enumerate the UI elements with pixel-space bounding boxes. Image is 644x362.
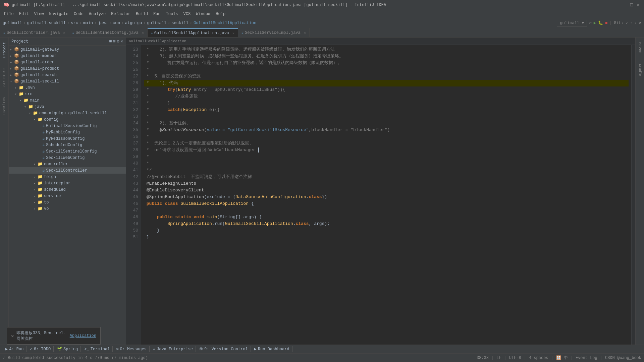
- nav-debug-btn[interactable]: 🐛: [598, 20, 603, 25]
- code-line-36[interactable]: *: [144, 133, 629, 140]
- tab-close-1[interactable]: ✕: [142, 31, 144, 35]
- nav-refresh-btn[interactable]: ↺: [589, 20, 591, 25]
- code-line-50[interactable]: }: [144, 227, 629, 234]
- code-line-48[interactable]: ▶ public static void main(String[] args)…: [144, 214, 629, 221]
- tab-0[interactable]: ☕SeckillController.java✕: [0, 28, 69, 37]
- code-line-23[interactable]: * 2)、调用方手动指定远程服务的降级策略。远程服务被降级处理。触发我们的熔断回…: [144, 46, 629, 53]
- tree-item--mvn[interactable]: ▸ 📁 .mvn: [9, 84, 126, 91]
- bottom-tab-4[interactable]: ✉0: Messages: [113, 346, 149, 352]
- code-line-46[interactable]: public class GulimallSeckillApplication …: [144, 200, 629, 207]
- code-line-26[interactable]: *: [144, 66, 629, 73]
- close-button[interactable]: ✕: [636, 3, 641, 7]
- tree-item-scheduled[interactable]: ▸ 📁 scheduled: [9, 186, 126, 193]
- tree-item-gulimall-seckill[interactable]: ▾ 📦 gulimall-seckill: [9, 78, 126, 84]
- bottom-tab-5[interactable]: ☕Java Enterprise: [150, 346, 196, 352]
- code-editor[interactable]: * 2)、调用方手动指定远程服务的降级策略。远程服务被降级处理。触发我们的熔断回…: [141, 45, 631, 345]
- maximize-button[interactable]: □: [629, 3, 634, 7]
- tree-item-myredissonconfig[interactable]: ☕ MyRedissonConfig: [9, 135, 126, 142]
- tree-item-java[interactable]: ▾ 📁 java: [9, 104, 126, 110]
- breadcrumb-gulimall2[interactable]: gulimall: [147, 21, 167, 25]
- tree-item-src[interactable]: ▾ 📁 src: [9, 91, 126, 97]
- bottom-tab-7[interactable]: ▶Run Dashboard: [252, 346, 292, 352]
- breadcrumb-application[interactable]: GulimallSeckillApplication: [194, 21, 256, 25]
- menu-item-file[interactable]: File: [1, 11, 16, 17]
- tree-item-gulimall-search[interactable]: ▸ 📦 gulimall-search: [9, 72, 126, 78]
- breadcrumb-seckill2[interactable]: seckill: [171, 21, 188, 25]
- menu-item-build[interactable]: Build: [133, 11, 151, 17]
- bottom-tab-1[interactable]: ✓6: TODO: [27, 346, 54, 352]
- breadcrumb-gulimall[interactable]: gulimall: [3, 21, 22, 25]
- code-line-44[interactable]: @EnableDiscoveryClient: [144, 187, 629, 194]
- status-event-log[interactable]: Event Log: [576, 356, 597, 360]
- menu-item-run[interactable]: Run: [151, 11, 163, 17]
- code-line-51[interactable]: }: [144, 234, 629, 241]
- tree-item-feign[interactable]: ▸ 📁 feign: [9, 174, 126, 180]
- left-tab-favorites[interactable]: Favorites: [1, 95, 7, 117]
- bottom-tab-0[interactable]: ▶4: Run: [3, 346, 26, 352]
- tab-2[interactable]: ☕GulimallSeckillApplication.java✕: [148, 28, 238, 37]
- tree-item-main[interactable]: ▾ 📁 main: [9, 97, 126, 104]
- sidebar-settings-btn[interactable]: ⚙: [117, 39, 119, 44]
- left-tab-project[interactable]: Project: [1, 40, 8, 60]
- breadcrumb-java[interactable]: java: [98, 21, 108, 25]
- tree-item-config[interactable]: ▾ 📁 config: [9, 116, 126, 123]
- menu-item-analyze[interactable]: Analyze: [86, 11, 108, 17]
- tree-item-service[interactable]: ▸ 📁 service: [9, 193, 126, 199]
- menu-item-edit[interactable]: Edit: [16, 11, 32, 17]
- nav-git-push[interactable]: ↑: [630, 21, 632, 25]
- sidebar-close-btn[interactable]: ✕: [121, 39, 123, 44]
- tree-item-com-atguigu-gulimall-seckill[interactable]: ▾ 📁 com.atguigu.gulimall.seckill: [9, 110, 126, 116]
- status-position[interactable]: 38:38: [477, 356, 489, 360]
- breadcrumb-main[interactable]: main: [83, 21, 93, 25]
- code-line-28[interactable]: * 1)、代码: [144, 80, 629, 86]
- bottom-tab-3[interactable]: >_Terminal: [82, 346, 113, 352]
- tab-close-3[interactable]: ✕: [304, 31, 306, 35]
- tree-item-gulimall-order[interactable]: ▸ 📦 gulimall-order: [9, 59, 126, 65]
- code-line-39[interactable]: *: [144, 154, 629, 160]
- menu-item-tools[interactable]: Tools: [163, 11, 181, 17]
- menu-item-navigate[interactable]: Navigate: [46, 11, 71, 17]
- notification-close-btn[interactable]: ✕: [11, 333, 14, 339]
- bottom-tab-2[interactable]: 🌱Spring: [54, 346, 81, 352]
- code-line-40[interactable]: *: [144, 160, 629, 167]
- breadcrumb-seckill[interactable]: gulimall-seckill: [27, 21, 66, 25]
- code-line-35[interactable]: * @SentinelResource(value = "getCurrentS…: [144, 127, 629, 133]
- breadcrumb-com[interactable]: com: [113, 21, 120, 25]
- nav-git-commit[interactable]: ✓: [626, 20, 628, 25]
- tree-item-gulimall-gateway[interactable]: ▸ 📦 gulimall-gateway: [9, 46, 126, 53]
- tree-item-controller[interactable]: ▾ 📁 controller: [9, 161, 126, 167]
- code-line-33[interactable]: *: [144, 113, 629, 120]
- nav-project-selector[interactable]: gulimall ▼: [557, 20, 587, 26]
- breadcrumb-atguigu[interactable]: atguigu: [125, 21, 142, 25]
- tab-1[interactable]: ☕SeckillSentinelConfig.java✕: [69, 28, 148, 37]
- tree-item-myrabbitconfig[interactable]: ☕ MyRabbitConfig: [9, 129, 126, 135]
- minimize-button[interactable]: ─: [623, 3, 627, 7]
- code-line-25[interactable]: * 提供方是在运行。但是不运行自己的业务逻辑，返回的是默认的降级数据（限流的数据…: [144, 60, 629, 66]
- menu-item-help[interactable]: Help: [213, 11, 228, 17]
- sidebar-collapse-btn[interactable]: ⊟: [113, 39, 115, 44]
- code-line-34[interactable]: * 2)、基于注解。: [144, 120, 629, 127]
- code-line-30[interactable]: * //业务逻辑: [144, 93, 629, 100]
- tree-item-vo[interactable]: ▸ 📁 vo: [9, 205, 126, 212]
- tree-item-gulimall-member[interactable]: ▸ 📦 gulimall-member: [9, 53, 126, 59]
- nav-stop-btn[interactable]: ■: [605, 21, 607, 25]
- code-line-49[interactable]: SpringApplication.run(GulimallSeckillApp…: [144, 221, 629, 227]
- right-tab-gradle[interactable]: Gradle: [637, 62, 643, 78]
- status-encoding[interactable]: UTF-8: [509, 356, 521, 360]
- tree-item-gulimallsessionconfig[interactable]: ☕ GulimallSessionConfig: [9, 123, 126, 129]
- code-line-47[interactable]: [144, 207, 629, 214]
- code-line-32[interactable]: * catch(Exception e){}: [144, 107, 629, 113]
- tree-item-seckillwebconfig[interactable]: ☕ SeckillWebConfig: [9, 155, 126, 161]
- menu-item-view[interactable]: View: [32, 11, 47, 17]
- code-line-41[interactable]: */: [144, 167, 629, 174]
- status-indent[interactable]: 4 spaces: [529, 356, 548, 360]
- nav-run-btn[interactable]: ▶: [594, 20, 596, 25]
- menu-item-window[interactable]: Window: [193, 11, 213, 17]
- tree-item-interceptor[interactable]: ▸ 📁 interceptor: [9, 180, 126, 186]
- tab-close-0[interactable]: ✕: [63, 31, 65, 35]
- nav-git-pull[interactable]: ↓: [635, 21, 637, 25]
- tab-close-2[interactable]: ✕: [232, 31, 234, 35]
- code-line-31[interactable]: * }: [144, 100, 629, 107]
- tree-item-to[interactable]: ▸ 📁 to: [9, 199, 126, 205]
- tree-item-scheduledconfig[interactable]: ☕ ScheduledConfig: [9, 142, 126, 148]
